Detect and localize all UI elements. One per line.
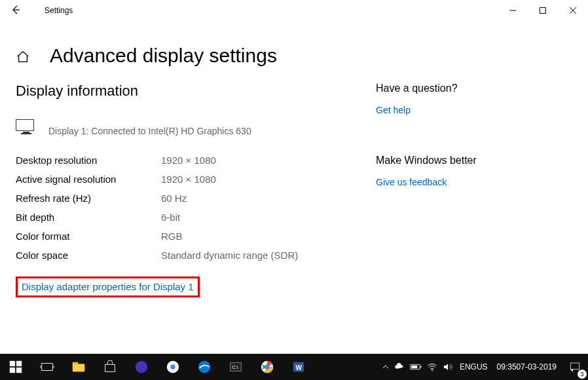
- svg-rect-12: [73, 362, 78, 365]
- display-connection-text: Display 1: Connected to Intel(R) HD Grap…: [48, 119, 251, 136]
- svg-rect-25: [420, 366, 422, 368]
- action-center-button[interactable]: 3: [562, 354, 588, 380]
- task-view-button[interactable]: [31, 354, 63, 380]
- wifi-icon[interactable]: [424, 354, 440, 380]
- tray-chevron-up-icon[interactable]: [380, 354, 392, 380]
- display-info-table: Desktop resolution 1920 × 1080 Active si…: [16, 151, 298, 265]
- display-information-section: Display information Display 1: Connected…: [16, 83, 363, 297]
- svg-rect-13: [105, 364, 115, 371]
- onedrive-icon[interactable]: [392, 354, 407, 380]
- word-button[interactable]: W: [283, 354, 314, 380]
- chrome2-button[interactable]: [251, 354, 283, 380]
- file-explorer-button[interactable]: [63, 354, 94, 380]
- svg-point-27: [432, 370, 433, 371]
- svg-rect-8: [42, 364, 53, 371]
- svg-rect-4: [10, 361, 15, 366]
- maximize-button[interactable]: [528, 0, 558, 21]
- clock[interactable]: 09:35 07-03-2019: [492, 354, 562, 380]
- clock-time: 09:35: [497, 362, 517, 371]
- lang-primary: ENG: [460, 362, 477, 371]
- svg-text:W: W: [295, 364, 302, 371]
- desktop-resolution-value: 1920 × 1080: [161, 151, 298, 170]
- refresh-rate-value: 60 Hz: [161, 189, 298, 208]
- language-indicator[interactable]: ENG US: [456, 354, 492, 380]
- bit-depth-label: Bit depth: [16, 208, 161, 227]
- table-row: Color format RGB: [16, 227, 298, 246]
- section-title: Display information: [16, 83, 363, 100]
- color-space-label: Color space: [16, 246, 161, 265]
- refresh-rate-label: Refresh rate (Hz): [16, 189, 161, 208]
- give-feedback-link[interactable]: Give us feedback: [376, 177, 572, 187]
- edge-button[interactable]: [189, 354, 220, 380]
- svg-rect-11: [73, 364, 84, 371]
- have-question-title: Have a question?: [376, 83, 572, 94]
- titlebar: Settings: [0, 0, 588, 21]
- page-header: Advanced display settings: [0, 21, 588, 83]
- volume-icon[interactable]: [440, 354, 456, 380]
- svg-rect-6: [10, 368, 15, 373]
- color-format-label: Color format: [16, 227, 161, 246]
- firefox-button[interactable]: [126, 354, 157, 380]
- terminal-button[interactable]: C:\: [220, 354, 251, 380]
- svg-rect-7: [16, 368, 22, 373]
- table-row: Active signal resolution 1920 × 1080: [16, 170, 298, 189]
- battery-icon[interactable]: [407, 354, 424, 380]
- active-resolution-value: 1920 × 1080: [161, 170, 298, 189]
- notification-badge: 3: [578, 370, 587, 379]
- window-title: Settings: [45, 6, 73, 15]
- desktop-resolution-label: Desktop resolution: [16, 151, 161, 170]
- svg-point-16: [170, 364, 175, 369]
- svg-point-21: [265, 364, 269, 369]
- display-adapter-properties-link[interactable]: Display adapter properties for Display 1: [22, 281, 194, 292]
- close-button[interactable]: [558, 0, 588, 21]
- svg-point-14: [136, 361, 147, 373]
- start-button[interactable]: [0, 354, 31, 380]
- bit-depth-value: 6-bit: [161, 208, 298, 227]
- monitor-icon: [16, 119, 37, 138]
- make-windows-better-title: Make Windows better: [376, 155, 572, 166]
- chrome-button[interactable]: [157, 354, 189, 380]
- store-button[interactable]: [94, 354, 126, 380]
- table-row: Refresh rate (Hz) 60 Hz: [16, 189, 298, 208]
- back-button[interactable]: [5, 5, 26, 16]
- table-row: Bit depth 6-bit: [16, 208, 298, 227]
- color-format-value: RGB: [161, 227, 298, 246]
- clock-date: 07-03-2019: [517, 362, 557, 371]
- home-icon[interactable]: [16, 50, 30, 64]
- content-area: Display information Display 1: Connected…: [0, 83, 588, 297]
- taskbar: C:\ W ENG US 09:35 07-03-2019: [0, 354, 588, 380]
- active-resolution-label: Active signal resolution: [16, 170, 161, 189]
- page-title: Advanced display settings: [50, 45, 277, 67]
- svg-rect-28: [570, 363, 579, 370]
- minimize-button[interactable]: [498, 0, 528, 21]
- svg-text:C:\: C:\: [232, 364, 239, 370]
- get-help-link[interactable]: Get help: [376, 105, 572, 115]
- highlighted-link-box: Display adapter properties for Display 1: [16, 276, 200, 297]
- display-adapter-row: Display 1: Connected to Intel(R) HD Grap…: [16, 119, 363, 138]
- system-tray: ENG US 09:35 07-03-2019 3: [380, 354, 588, 380]
- table-row: Desktop resolution 1920 × 1080: [16, 151, 298, 170]
- color-space-value: Standard dynamic range (SDR): [161, 246, 298, 265]
- lang-secondary: US: [477, 362, 488, 371]
- svg-rect-1: [540, 8, 546, 14]
- svg-rect-26: [411, 366, 417, 369]
- table-row: Color space Standard dynamic range (SDR): [16, 246, 298, 265]
- help-sidebar: Have a question? Get help Make Windows b…: [376, 83, 572, 297]
- svg-rect-5: [16, 361, 22, 366]
